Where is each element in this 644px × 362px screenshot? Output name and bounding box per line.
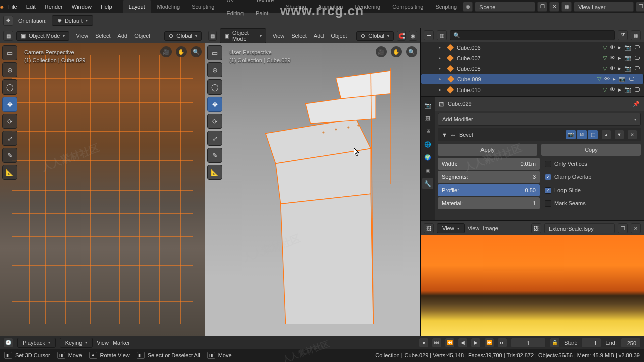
scene-new-icon[interactable]: ❐ [537,2,547,12]
tool-measure[interactable]: 📐 [207,165,222,180]
tool-cursor[interactable]: ⊕ [207,62,222,77]
current-frame-field[interactable]: 1 [511,338,546,348]
menu-file[interactable]: File [4,0,22,13]
vp-menu-add[interactable]: Add [310,33,328,39]
expand-icon[interactable]: ▸ [439,87,444,92]
outliner-row[interactable]: ▸ Cube.008 ▽ 👁 ▸ 📷 🖵 [421,63,644,74]
camera-icon[interactable]: 🎥 [376,46,387,57]
menu-help[interactable]: Help [96,0,117,13]
tab-layout[interactable]: Layout [123,0,151,13]
menu-render[interactable]: Render [40,0,67,13]
disable-icon[interactable]: 🖵 [634,65,640,72]
viewport-user[interactable]: ▭ ⊕ ◯ ✥ ⟳ ⤢ ✎ 📐 🎥 ✋ 🔍 User Pers [205,43,420,336]
prev-key-icon[interactable]: ⏪ [445,338,454,347]
visibility-icon[interactable]: 👁 [610,65,615,72]
checkbox[interactable]: ✓ [545,174,551,180]
prop-tab-render[interactable]: 📷 [422,100,433,111]
tool-move[interactable]: ✥ [2,97,17,112]
pan-icon[interactable]: ✋ [176,46,187,57]
pin-icon[interactable]: 📌 [633,101,640,107]
editor-type-image-icon[interactable]: 🖼 [424,223,434,233]
view-layer-field[interactable]: View Layer [574,2,634,12]
disable-icon[interactable]: 🖵 [629,76,634,82]
disable-icon[interactable]: 🖵 [634,44,640,51]
tool-circle[interactable]: ◯ [207,79,222,95]
render-icon[interactable]: 📷 [624,44,631,51]
mod-render-toggle[interactable]: 📷 [566,130,576,139]
camera-icon[interactable]: 🎥 [160,46,172,57]
mode-dropdown-left[interactable]: ▣ Object Mode ▾ [16,31,69,41]
selectable-icon[interactable]: ▸ [613,76,616,82]
jump-start-icon[interactable]: ⏮ [432,338,441,347]
play-icon[interactable]: ▶ [471,338,480,347]
vp-menu-object[interactable]: Object [327,33,350,39]
scene-browse-icon[interactable]: ◎ [463,2,473,12]
image-new-icon[interactable]: ❐ [618,223,628,233]
selectable-icon[interactable]: ▸ [618,44,621,51]
selectable-icon[interactable]: ▸ [618,55,621,61]
mod-close[interactable]: ✕ [628,130,637,139]
disable-icon[interactable]: 🖵 [634,86,640,93]
selectable-icon[interactable]: ▸ [618,65,621,72]
tool-annotate[interactable]: ✎ [2,148,17,163]
expand-icon[interactable]: ▸ [439,66,444,71]
tool-circle[interactable]: ◯ [2,79,17,95]
tool-select[interactable]: ▭ [207,45,222,60]
tool-move[interactable]: ✥ [207,97,222,112]
vp-menu-view[interactable]: View [269,33,288,39]
vp-menu-add[interactable]: Add [114,33,131,39]
playback-menu[interactable]: Playback▾ [17,338,56,348]
checkbox[interactable]: ✓ [545,187,551,194]
tool-cursor[interactable]: ⊕ [2,62,17,77]
mesh-data-icon[interactable]: ▽ [603,86,607,93]
editor-type-timeline-icon[interactable]: 🕘 [3,338,13,348]
tool-select[interactable]: ▭ [2,45,17,60]
editor-type-outliner-icon[interactable]: ☰ [424,30,434,40]
mod-editmode-toggle[interactable]: ◫ [588,130,598,139]
tool-rotate[interactable]: ⟳ [207,114,222,129]
outliner-row[interactable]: ▸ Cube.010 ▽ 👁 ▸ 📷 🖵 [421,84,644,95]
vp-menu-object[interactable]: Object [131,33,154,39]
image-canvas[interactable] [421,235,644,336]
expand-icon[interactable]: ▸ [439,77,444,81]
snap-icon[interactable]: 🧲 [397,31,406,41]
image-browse-icon[interactable]: 🖼 [531,223,541,233]
mesh-data-icon[interactable]: ▽ [603,65,607,72]
filter-icon[interactable]: ⧩ [618,30,628,40]
tool-annotate[interactable]: ✎ [207,148,222,163]
tab-texture[interactable]: Texture Paint [250,0,280,20]
mesh-data-icon[interactable]: ▽ [603,55,607,61]
outliner-row[interactable]: ▸ Cube.006 ▽ 👁 ▸ 📷 🖵 [421,42,644,53]
timeline-view[interactable]: View [97,340,109,346]
mod-move-down[interactable]: ▼ [615,130,624,139]
imgedit-menu-image[interactable]: Image [482,225,498,231]
copy-button[interactable]: Copy [541,144,641,156]
display-mode-icon[interactable]: ▥ [437,30,447,40]
prop-tab-object[interactable]: ▣ [422,165,433,176]
next-key-icon[interactable]: ⏩ [485,338,494,347]
menu-edit[interactable]: Edit [22,0,40,13]
prop-tab-modifiers[interactable]: 🔧 [422,178,433,189]
image-name-field[interactable]: ExteriorScale.fspy [544,223,615,233]
prop-tab-output[interactable]: 🖼 [422,113,433,124]
editor-type-icon[interactable]: ▦ [3,31,13,41]
prop-tab-view-layer[interactable]: 🖥 [422,126,433,137]
zoom-icon[interactable]: 🔍 [406,46,417,57]
param-field[interactable]: Segments: 3 [438,171,540,183]
transform-gizmo-icon[interactable]: ✥ [3,16,13,26]
param-field[interactable]: Material: -1 [438,197,540,209]
add-modifier-dropdown[interactable]: Add Modifier ▾ [438,113,641,126]
proportional-icon[interactable]: ◉ [409,31,417,41]
menu-window[interactable]: Window [67,0,96,13]
vp-menu-view[interactable]: View [72,33,92,39]
expand-icon[interactable]: ▸ [439,45,444,50]
play-rev-icon[interactable]: ◀ [458,338,467,347]
orientation-left[interactable]: ⊕ Global ▾ [164,31,202,41]
frame-lock-icon[interactable]: 🔒 [550,338,560,348]
mesh-data-icon[interactable]: ▽ [597,76,601,82]
tab-uv[interactable]: UV Editing [220,0,250,20]
viewport-camera[interactable]: ▭ ⊕ ◯ ✥ ⟳ ⤢ ✎ 📐 🎥 ✋ 🔍 Camera Perspective… [0,43,205,336]
param-field[interactable]: Profile: 0.50 [438,184,540,196]
imgedit-mode[interactable]: View ▾ [437,223,465,233]
layer-browse-icon[interactable]: ▦ [561,2,572,12]
